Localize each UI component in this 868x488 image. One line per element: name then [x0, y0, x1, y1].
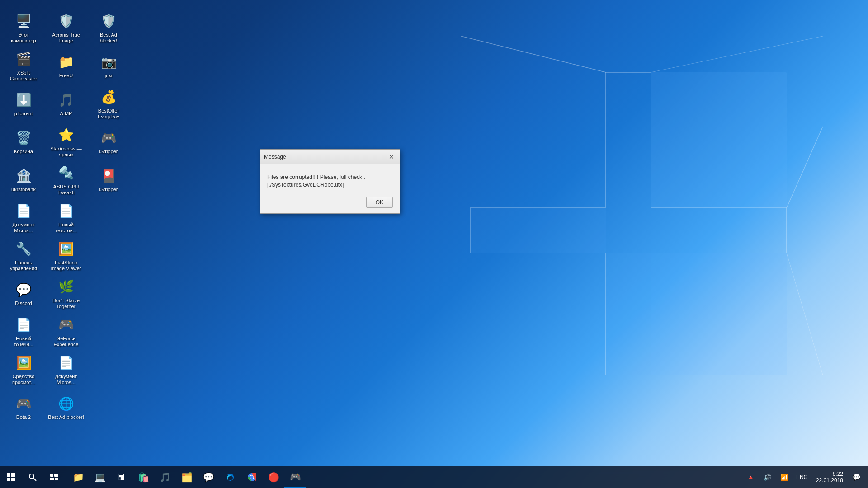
dialog-message: Files are corrupted!!!! Please, full che… [267, 174, 365, 188]
dialog-close-button[interactable]: ✕ [387, 152, 396, 161]
dialog-titlebar: Message ✕ [260, 150, 400, 164]
message-dialog: Message ✕ Files are corrupted!!!! Please… [260, 149, 400, 214]
desktop: 🖥️ Этоткомпьютер 🎬 XSplitGamecaster ⬇️ µ… [0, 0, 868, 488]
dialog-footer: OK [260, 193, 400, 213]
dialog-title: Message [264, 154, 286, 160]
dialog-ok-button[interactable]: OK [366, 197, 393, 208]
dialog-body: Files are corrupted!!!! Please, full che… [260, 164, 400, 193]
modal-overlay: Message ✕ Files are corrupted!!!! Please… [0, 0, 868, 488]
